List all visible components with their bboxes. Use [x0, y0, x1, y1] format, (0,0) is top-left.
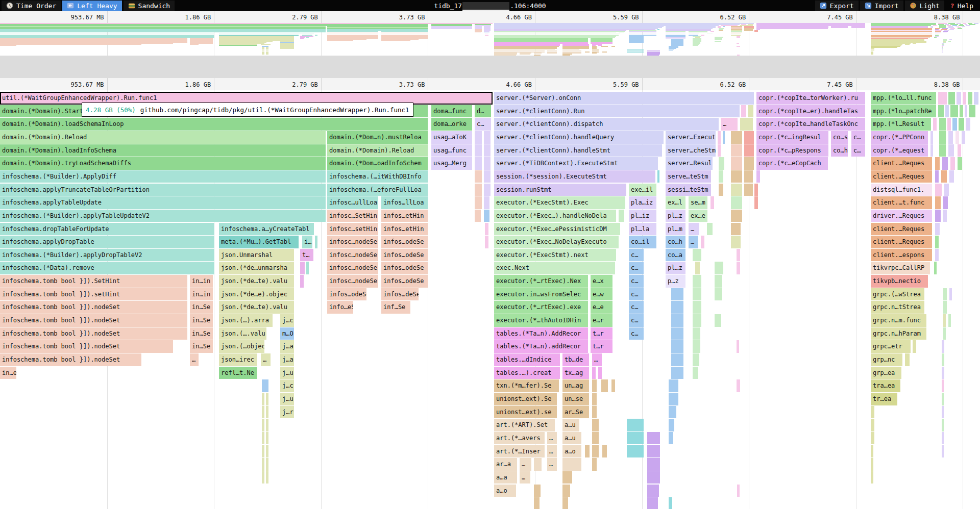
- flame-frame-sliver[interactable]: [693, 314, 701, 327]
- flame-frame-sliver[interactable]: [731, 196, 742, 209]
- flame-frame[interactable]: exec.Next: [494, 262, 615, 274]
- flame-frame[interactable]: j…c: [280, 314, 294, 327]
- flame-frame[interactable]: [851, 27, 865, 28]
- flame-frame[interactable]: inf…Se: [381, 301, 410, 314]
- flame-frame[interactable]: d…: [475, 105, 491, 118]
- flame-frame-sliver[interactable]: [693, 45, 698, 46]
- flame-frame-sliver[interactable]: [669, 393, 678, 405]
- flame-frame-sliver[interactable]: [731, 131, 742, 144]
- flame-frame-sliver[interactable]: [601, 46, 608, 47]
- flame-frame-sliver[interactable]: [756, 170, 760, 183]
- flame-frame[interactable]: infoschema.tomb bool }]).nodeSet: [0, 340, 173, 353]
- flame-frame[interactable]: infoschema.a…yCreateTabl: [219, 223, 314, 236]
- flame-frame-sliver[interactable]: [475, 210, 481, 222]
- flame-frame[interactable]: usag…func: [431, 144, 472, 157]
- flame-frame[interactable]: …: [721, 118, 738, 131]
- flame-frame[interactable]: in…Se: [190, 314, 213, 327]
- flame-frame-sliver[interactable]: [944, 184, 949, 196]
- flame-frame-sliver[interactable]: [598, 367, 602, 379]
- flame-frame[interactable]: client.…Reques: [871, 157, 932, 170]
- flame-frame-sliver[interactable]: [484, 157, 491, 170]
- flame-frame[interactable]: j…a: [280, 353, 294, 366]
- flame-frame[interactable]: …: [689, 223, 699, 236]
- flame-frame[interactable]: info…eSe: [327, 301, 353, 314]
- import-button[interactable]: Import: [860, 1, 903, 11]
- flame-frame[interactable]: json.(*de…unmarsha: [219, 262, 294, 274]
- flame-frame[interactable]: mpp.(*lo…ll.func: [871, 92, 936, 105]
- flame-frame-sliver[interactable]: [949, 39, 952, 40]
- flame-frame[interactable]: in…Se: [190, 327, 213, 340]
- flame-frame[interactable]: domain.(*Domain).loadSchemaInLoop: [0, 118, 428, 131]
- flame-frame[interactable]: pl…z: [666, 262, 685, 274]
- flame-frame[interactable]: [381, 40, 410, 41]
- flame-frame[interactable]: distsql…func1.: [871, 184, 932, 196]
- flame-frame-sliver[interactable]: [731, 236, 741, 248]
- flame-frame[interactable]: c…: [629, 249, 644, 262]
- flame-frame-sliver[interactable]: [737, 379, 740, 392]
- flame-frame[interactable]: infoschema.applyTableUpdate: [0, 196, 326, 209]
- flame-frame[interactable]: a…a: [494, 471, 517, 484]
- flame-frame-sliver[interactable]: [871, 406, 874, 419]
- flame-frame[interactable]: json.(*de…e).objec: [219, 288, 294, 301]
- flame-frame-sliver[interactable]: [485, 223, 488, 236]
- flame-frame-sliver[interactable]: [262, 379, 268, 392]
- flame-frame-sliver[interactable]: [534, 485, 541, 497]
- flame-frame[interactable]: se…m: [689, 196, 707, 209]
- flame-frame-sliver[interactable]: [266, 419, 268, 431]
- flame-frame[interactable]: grpc.n…m.func: [871, 314, 926, 327]
- flame-frame[interactable]: domain.(*Dom…oadInfoSchem: [327, 157, 428, 170]
- flame-frame-sliver[interactable]: [958, 144, 961, 157]
- flame-frame-sliver[interactable]: [262, 471, 264, 484]
- flame-frame[interactable]: executor.(*Exec…ePessimisticDM: [494, 223, 620, 236]
- flame-frame[interactable]: domain.(*Domain).loadInfoSchema: [0, 144, 326, 157]
- flame-frame[interactable]: server.(*clientConn).dispatch: [494, 118, 719, 131]
- flame-frame-sliver[interactable]: [707, 223, 713, 236]
- tab-time-order[interactable]: Time Order: [2, 1, 61, 11]
- flame-frame[interactable]: server…Execut: [666, 131, 716, 144]
- flame-frame-sliver[interactable]: [484, 210, 489, 222]
- flame-frame-sliver[interactable]: [266, 406, 268, 419]
- flame-frame-sliver[interactable]: [935, 223, 940, 236]
- flame-frame-sliver[interactable]: [723, 26, 725, 27]
- flame-frame-sliver[interactable]: [930, 131, 933, 144]
- flame-frame-sliver[interactable]: [744, 131, 754, 144]
- flame-frame[interactable]: client.…Reques: [871, 170, 932, 183]
- flame-frame-sliver[interactable]: [475, 33, 481, 34]
- flame-frame-sliver[interactable]: [315, 236, 317, 248]
- flame-frame-sliver[interactable]: [934, 37, 937, 38]
- flame-frame-sliver[interactable]: [943, 327, 946, 340]
- flame-frame-sliver[interactable]: [475, 144, 482, 157]
- flame-frame[interactable]: domain.(*Dom…n).mustReloa: [327, 131, 428, 144]
- flame-frame-sliver[interactable]: [701, 35, 704, 36]
- flame-frame-sliver[interactable]: [669, 432, 673, 445]
- flame-frame-sliver[interactable]: [913, 340, 916, 353]
- flame-frame-sliver[interactable]: [484, 131, 491, 144]
- flame-frame[interactable]: infos…llLoa: [381, 196, 428, 209]
- flame-frame-sliver[interactable]: [693, 249, 701, 262]
- flame-frame-sliver[interactable]: [963, 92, 966, 105]
- flame-frame[interactable]: grp…ea: [871, 367, 901, 379]
- flame-frame[interactable]: copr.(*copIte…torWorker).ru: [756, 92, 865, 105]
- flame-frame[interactable]: co…s: [831, 131, 848, 144]
- flame-frame[interactable]: c…: [629, 301, 644, 314]
- flame-frame[interactable]: server…cheStm: [666, 144, 716, 157]
- flame-frame-sliver[interactable]: [693, 327, 700, 340]
- flame-frame-sliver[interactable]: [592, 445, 599, 458]
- flame-frame[interactable]: copr.(*copIte…handleTaskOnc: [756, 118, 865, 131]
- flame-frame-sliver[interactable]: [731, 223, 741, 236]
- flame-frame[interactable]: co…a: [666, 249, 685, 262]
- flame-frame-sliver[interactable]: [905, 44, 910, 45]
- flame-frame-sliver[interactable]: [475, 196, 482, 209]
- flame-frame-sliver[interactable]: [585, 445, 590, 458]
- flame-frame-sliver[interactable]: [657, 170, 659, 183]
- flame-frame[interactable]: server.(*Server).onConn: [494, 92, 754, 105]
- flame-frame-sliver[interactable]: [534, 458, 542, 471]
- flame-frame[interactable]: [0, 44, 141, 45]
- flame-frame[interactable]: client.…t.func: [871, 196, 932, 209]
- flame-frame[interactable]: in…in: [190, 288, 213, 301]
- flame-frame[interactable]: tables.…dIndice: [494, 353, 560, 366]
- flame-frame[interactable]: server.(*TiDBContext).ExecuteStmt: [494, 157, 658, 170]
- flame-frame[interactable]: [0, 45, 16, 46]
- flame-frame[interactable]: e…r: [591, 314, 612, 327]
- flame-frame-sliver[interactable]: [958, 157, 962, 170]
